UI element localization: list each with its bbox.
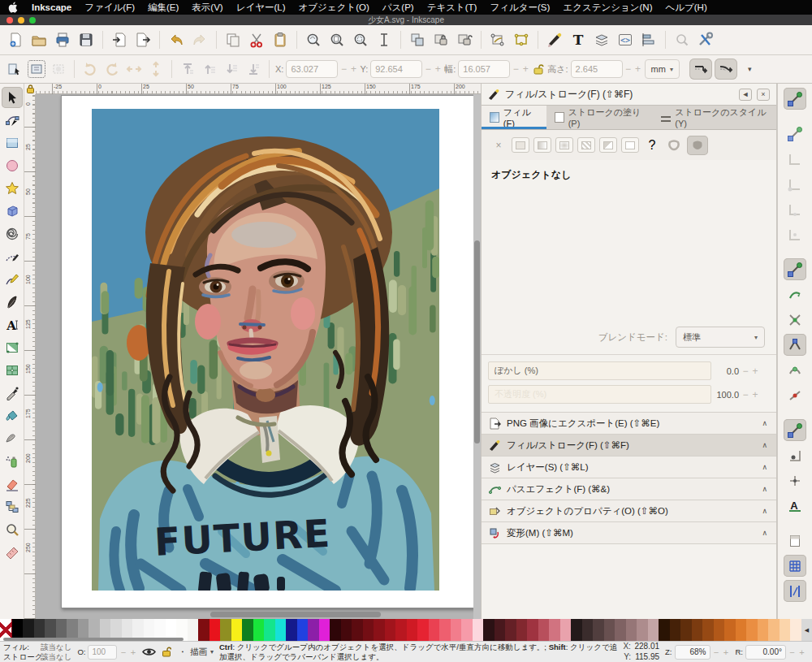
snap-others-icon[interactable] xyxy=(784,419,806,441)
apple-menu-icon[interactable] xyxy=(8,2,19,13)
snap-rotation-centers-icon[interactable] xyxy=(784,469,806,491)
horizontal-ruler[interactable]: -250255075100125150175200 xyxy=(36,84,481,94)
y-plus-button[interactable]: + xyxy=(434,63,442,75)
width-plus-button[interactable]: + xyxy=(521,63,529,75)
y-field-input[interactable]: 92.654 xyxy=(370,60,422,78)
raise-icon[interactable] xyxy=(200,59,219,79)
menu-layer[interactable]: レイヤー(L) xyxy=(236,2,286,14)
fill-linear-gradient-button[interactable] xyxy=(533,137,551,153)
palette-swatch[interactable] xyxy=(198,619,209,641)
tool-tweak[interactable] xyxy=(2,428,23,449)
palette-swatch[interactable] xyxy=(724,619,736,641)
palette-swatch[interactable] xyxy=(680,619,692,641)
snap-bbox-corners-icon[interactable] xyxy=(784,173,806,195)
tool-mesh-gradient[interactable] xyxy=(2,360,23,381)
blur-plus-button[interactable]: + xyxy=(750,366,760,377)
group-unlock-icon[interactable] xyxy=(454,29,475,50)
fill-stroke-indicator[interactable]: フィル:該当なし ストローク:該当なし xyxy=(3,643,71,662)
tool-calligraphy-pencil[interactable] xyxy=(2,269,23,290)
menu-text[interactable]: テキスト(T) xyxy=(427,2,477,14)
height-plus-button[interactable]: + xyxy=(634,63,642,75)
zoom-drawing-icon[interactable] xyxy=(303,29,324,50)
blur-slider[interactable]: ぼかし (%) xyxy=(488,361,711,380)
palette-swatch[interactable] xyxy=(451,619,462,641)
preferences-icon[interactable] xyxy=(695,29,716,50)
palette-swatch[interactable] xyxy=(429,619,440,641)
menu-filters[interactable]: フィルター(S) xyxy=(490,2,550,14)
tool-paint-bucket[interactable] xyxy=(2,405,23,426)
tool-star[interactable] xyxy=(2,178,23,199)
snap-text-baseline-icon[interactable]: A xyxy=(784,495,806,517)
opacity-indicator-minus[interactable]: − xyxy=(119,647,127,657)
snap-object-centers-icon[interactable] xyxy=(784,444,806,466)
height-minus-button[interactable]: − xyxy=(624,63,633,75)
copy-icon[interactable] xyxy=(222,29,244,50)
palette-swatch[interactable] xyxy=(505,619,516,641)
menu-file[interactable]: ファイル(F) xyxy=(84,2,135,14)
palette-scroll-left-icon[interactable]: ◀ xyxy=(801,619,812,641)
snap-bbox-edge-midpoints-icon[interactable] xyxy=(784,198,806,220)
snap-smooth-nodes-icon[interactable] xyxy=(784,359,806,381)
tool-rectangle[interactable] xyxy=(2,132,23,154)
snap-page-border-icon[interactable] xyxy=(784,530,806,552)
rotate-cw-icon[interactable] xyxy=(102,59,122,79)
raise-to-top-icon[interactable] xyxy=(178,59,197,79)
palette-swatch[interactable] xyxy=(188,619,199,641)
fill-pattern-button[interactable] xyxy=(577,137,595,153)
menu-path[interactable]: パス(P) xyxy=(382,2,414,14)
tool-selector[interactable] xyxy=(2,87,23,108)
palette-swatch[interactable] xyxy=(297,619,309,641)
palette-swatch[interactable] xyxy=(560,619,572,641)
width-field-input[interactable]: 16.057 xyxy=(458,60,510,78)
palette-swatch[interactable] xyxy=(746,619,758,641)
vertical-ruler[interactable]: 0255075100125150175200225250 xyxy=(24,94,36,619)
palette-swatch[interactable] xyxy=(495,619,506,641)
export-icon[interactable] xyxy=(132,29,153,50)
snap-path-icon[interactable] xyxy=(784,283,806,305)
tab-stroke-paint[interactable]: ストロークの塗り(P) xyxy=(546,106,653,129)
snap-path-intersections-icon[interactable] xyxy=(784,309,806,331)
panel-fill-stroke[interactable]: フィル/ストローク(F) (⇧⌘F) ∧ xyxy=(482,435,776,456)
palette-swatch[interactable] xyxy=(582,619,594,641)
palette-swatch[interactable] xyxy=(374,619,385,641)
fill-flat-button[interactable] xyxy=(512,137,529,153)
opacity-value[interactable]: 100.0 xyxy=(711,390,741,400)
width-minus-button[interactable]: − xyxy=(512,63,520,75)
tool-3dbox[interactable] xyxy=(2,201,23,222)
fill-stroke-dialog-icon[interactable] xyxy=(544,29,565,50)
lower-to-bottom-icon[interactable] xyxy=(244,59,263,79)
canvas[interactable]: FUTURE xyxy=(36,94,473,619)
palette-swatch[interactable] xyxy=(407,619,418,641)
palette-swatch[interactable] xyxy=(538,619,550,641)
fill-evenodd-button[interactable] xyxy=(665,137,683,153)
palette-swatch[interactable] xyxy=(516,619,528,641)
move-gradients-toggle[interactable] xyxy=(689,58,712,80)
palette-swatch[interactable] xyxy=(659,619,670,641)
tool-spiral[interactable] xyxy=(2,223,23,244)
palette-swatch[interactable] xyxy=(461,619,473,641)
tool-measure[interactable] xyxy=(2,542,23,563)
menu-object[interactable]: オブジェクト(O) xyxy=(299,2,369,14)
group-lock-icon[interactable] xyxy=(430,29,451,50)
zoom-page-icon[interactable] xyxy=(326,29,348,50)
xml-editor-icon[interactable]: <> xyxy=(615,29,636,50)
tool-spray[interactable] xyxy=(2,451,23,472)
zoom-minus-button[interactable]: − xyxy=(713,647,720,657)
blur-value[interactable]: 0.0 xyxy=(711,366,741,376)
palette-swatch[interactable] xyxy=(439,619,451,641)
zoom-input[interactable]: 68% xyxy=(675,645,710,660)
horizontal-scrollbar-thumb[interactable] xyxy=(210,612,381,617)
palette-swatch[interactable] xyxy=(242,619,253,641)
rotate-ccw-icon[interactable] xyxy=(80,59,100,79)
lock-ratio-icon[interactable] xyxy=(532,63,545,76)
x-field-input[interactable]: 63.027 xyxy=(286,60,338,78)
palette-swatch[interactable] xyxy=(330,619,341,641)
palette-swatch[interactable] xyxy=(549,619,560,641)
panel-layers[interactable]: レイヤー(S) (⇧⌘L) ∧ xyxy=(482,456,776,478)
align-dialog-icon[interactable] xyxy=(638,29,659,50)
palette-swatch[interactable] xyxy=(527,619,538,641)
palette-swatch[interactable] xyxy=(363,619,374,641)
y-minus-button[interactable]: − xyxy=(424,63,432,75)
tool-text[interactable]: A xyxy=(2,314,23,335)
tool-pen[interactable] xyxy=(2,292,23,313)
